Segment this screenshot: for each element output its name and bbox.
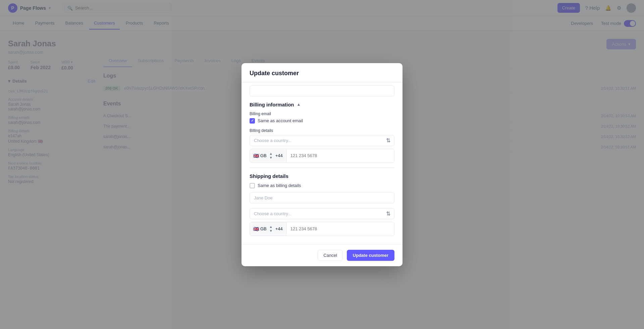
same-as-account-label: Same as account email [258,118,303,123]
same-as-account-row: ✓ Same as account email [250,118,394,124]
gb-flag-icon: 🇬🇧 [253,153,259,158]
billing-country-code: GB [260,153,267,158]
top-partial-input [250,83,394,96]
billing-chevron-up-icon: ▲ [297,102,301,107]
billing-country-select-wrapper: Choose a country... ⇅ [250,135,394,146]
billing-phone-prefix-value: +44 [275,153,283,158]
billing-phone-prefix[interactable]: 🇬🇧 GB ▲ ▼ +44 [250,149,286,162]
billing-info-section-header[interactable]: Billing information ▲ [250,96,394,111]
modal-body: Billing information ▲ Billing email ✓ Sa… [241,83,402,196]
billing-country-select[interactable]: Choose a country... [250,135,394,146]
shipping-name-input[interactable] [250,192,394,196]
phone-country-arrows-icon[interactable]: ▲ ▼ [268,152,274,160]
same-as-billing-label: Same as billing details [258,183,301,188]
billing-details-group: Billing details Choose a country... ⇅ 🇬🇧… [250,128,394,163]
modal-title: Update customer [250,70,394,77]
billing-details-label: Billing details [250,128,394,133]
billing-phone-input: 🇬🇧 GB ▲ ▼ +44 [250,149,394,163]
checkmark-icon: ✓ [251,119,254,123]
update-customer-modal: Update customer Billing information ▲ Bi… [241,63,402,196]
shipping-details-section: Shipping details Same as billing details… [250,168,394,196]
shipping-name-group [250,192,394,196]
partial-input[interactable] [250,85,394,96]
modal-header: Update customer [241,63,402,83]
shipping-details-label: Shipping details [250,173,394,179]
same-as-billing-checkbox[interactable] [250,183,255,188]
billing-email-label: Billing email [250,111,394,116]
same-as-billing-row: Same as billing details [250,183,394,188]
billing-phone-number-input[interactable] [286,149,394,162]
same-as-account-checkbox[interactable]: ✓ [250,118,255,124]
billing-info-label: Billing information [250,102,294,107]
modal-overlay: Update customer Billing information ▲ Bi… [0,0,644,196]
billing-email-group: Billing email ✓ Same as account email [250,111,394,124]
